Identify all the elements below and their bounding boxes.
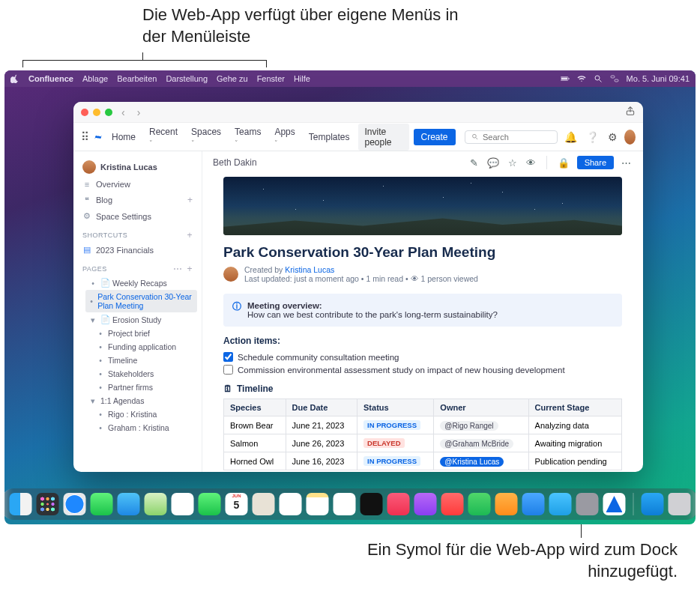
dock-confluence-webapp-icon[interactable]: [603, 493, 626, 515]
tree-child[interactable]: •Graham : Kristina: [85, 421, 197, 434]
owner-mention[interactable]: @Kristina Lucas: [440, 457, 504, 467]
author-avatar[interactable]: [223, 267, 238, 282]
comment-icon[interactable]: 💬: [486, 157, 501, 169]
dock-news-icon[interactable]: [441, 493, 464, 515]
invite-people-button[interactable]: Invite people: [358, 124, 408, 151]
tree-child[interactable]: •Timeline: [85, 354, 197, 367]
timeline-heading: 🗓Timeline: [223, 384, 622, 394]
nav-forward-button[interactable]: ›: [134, 106, 144, 118]
nav-templates[interactable]: Templates: [304, 129, 354, 145]
confluence-logo-icon[interactable]: [94, 131, 103, 143]
nav-apps[interactable]: Apps: [270, 124, 299, 151]
tree-child[interactable]: •Stakeholders: [85, 367, 197, 381]
sidebar-blog[interactable]: ❝Blog+: [78, 192, 197, 208]
menu-ablage[interactable]: Ablage: [82, 74, 108, 83]
tree-node[interactable]: •📄Weekly Recaps: [85, 276, 197, 290]
apple-logo-icon[interactable]: [10, 74, 19, 83]
dock-downloads-icon[interactable]: [642, 493, 664, 515]
pages-more-icon[interactable]: ⋯: [173, 264, 183, 274]
create-button[interactable]: Create: [414, 129, 456, 145]
sidebar-space-title[interactable]: Kristina Lucas: [78, 157, 197, 177]
tree-child[interactable]: •Project brief: [85, 327, 197, 340]
nav-teams[interactable]: Teams: [230, 124, 265, 151]
dock-reminders-icon[interactable]: [280, 493, 302, 515]
share-os-button[interactable]: [625, 106, 636, 119]
close-window-button[interactable]: [81, 109, 88, 116]
dock-numbers-icon[interactable]: [468, 493, 491, 515]
edit-icon[interactable]: ✎: [468, 157, 480, 169]
dock-photos-icon[interactable]: [172, 493, 194, 515]
dock-trash-icon[interactable]: [669, 493, 691, 515]
menu-bearbeiten[interactable]: Bearbeiten: [117, 74, 157, 83]
search-input[interactable]: [483, 133, 551, 142]
spotlight-icon[interactable]: [594, 74, 603, 83]
breadcrumb-author[interactable]: Beth Dakin: [213, 157, 257, 168]
action-item-2[interactable]: Commission environmental assessment stud…: [223, 363, 622, 376]
wifi-icon[interactable]: [577, 74, 586, 83]
profile-avatar[interactable]: [624, 130, 636, 145]
zoom-window-button[interactable]: [105, 109, 112, 116]
tree-child[interactable]: •Rigo : Kristina: [85, 407, 197, 421]
dock-calendar-icon[interactable]: [226, 493, 248, 515]
dock-finder-icon[interactable]: [10, 493, 32, 515]
dock-messages-icon[interactable]: [91, 493, 113, 515]
dock-maps-icon[interactable]: [145, 493, 167, 515]
action-item-1[interactable]: Schedule community consultation meeting: [223, 351, 622, 363]
dock-settings-icon[interactable]: [576, 493, 599, 515]
tree-child[interactable]: •Funding application: [85, 340, 197, 354]
more-actions-icon[interactable]: ⋯: [620, 157, 633, 169]
nav-spaces[interactable]: Spaces: [187, 124, 226, 151]
author-link[interactable]: Kristina Lucas: [285, 265, 334, 274]
search-box[interactable]: [465, 130, 558, 144]
menu-hilfe[interactable]: Hilfe: [294, 74, 310, 83]
dock-safari-icon[interactable]: [64, 493, 86, 515]
battery-icon[interactable]: [561, 74, 570, 83]
dock-keynote-icon[interactable]: [522, 493, 545, 515]
share-button[interactable]: Share: [577, 156, 614, 169]
dock-freeform-icon[interactable]: [334, 493, 356, 515]
dock-mail-icon[interactable]: [118, 493, 140, 515]
watch-icon[interactable]: 👁: [525, 157, 537, 169]
minimize-window-button[interactable]: [93, 109, 100, 116]
notifications-icon[interactable]: 🔔: [562, 131, 579, 143]
dock-contacts-icon[interactable]: [253, 493, 275, 515]
dock-tv-icon[interactable]: [360, 493, 383, 515]
dock-notes-icon[interactable]: [307, 493, 329, 515]
nav-home[interactable]: Home: [107, 129, 140, 145]
dock-launchpad-icon[interactable]: [37, 493, 59, 515]
tree-node-selected[interactable]: •Park Conservation 30-Year Plan Meeting: [85, 290, 197, 312]
lock-icon[interactable]: 🔒: [556, 157, 571, 169]
add-shortcut-icon[interactable]: +: [187, 230, 193, 240]
tree-node-expandable[interactable]: ▾📄Erosion Study: [85, 312, 197, 327]
menubar-app-name[interactable]: Confluence: [28, 74, 73, 83]
checkbox[interactable]: [223, 352, 233, 362]
menu-gehe-zu[interactable]: Gehe zu: [217, 74, 248, 83]
dock-appstore-icon[interactable]: [549, 493, 572, 515]
menu-darstellung[interactable]: Darstellung: [166, 74, 208, 83]
dock-podcasts-icon[interactable]: [414, 493, 437, 515]
dock: [4, 488, 696, 520]
menu-fenster[interactable]: Fenster: [257, 74, 285, 83]
sidebar-space-settings[interactable]: ⚙Space Settings: [78, 208, 197, 224]
app-switcher-icon[interactable]: ⠿: [81, 130, 89, 144]
checkbox[interactable]: [223, 365, 233, 375]
owner-mention[interactable]: @Graham McBride: [440, 439, 513, 449]
add-blog-icon[interactable]: +: [187, 195, 193, 205]
help-icon[interactable]: ❔: [584, 131, 601, 143]
sidebar-overview[interactable]: ≡Overview: [78, 177, 197, 192]
star-icon[interactable]: ☆: [507, 157, 519, 169]
info-icon: ⓘ: [232, 301, 241, 319]
tree-node-expandable[interactable]: ▾1:1 Agendas: [85, 394, 197, 407]
sidebar-shortcut-item[interactable]: ▤2023 Financials: [78, 242, 197, 258]
dock-facetime-icon[interactable]: [199, 493, 221, 515]
dock-pages-icon[interactable]: [495, 493, 518, 515]
control-center-icon[interactable]: [610, 74, 619, 83]
nav-back-button[interactable]: ‹: [118, 106, 128, 118]
owner-mention[interactable]: @Rigo Rangel: [440, 421, 498, 431]
menubar-clock[interactable]: Mo. 5. Juni 09:41: [627, 74, 690, 83]
add-page-icon[interactable]: +: [187, 264, 193, 274]
nav-recent[interactable]: Recent: [145, 124, 182, 151]
dock-music-icon[interactable]: [387, 493, 410, 515]
settings-gear-icon[interactable]: ⚙: [606, 131, 620, 143]
tree-child[interactable]: •Partner firms: [85, 381, 197, 394]
